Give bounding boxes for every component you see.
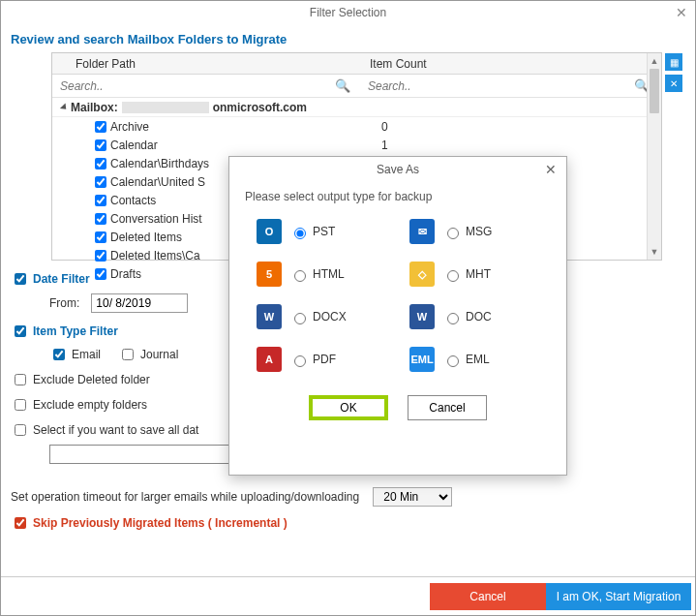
titlebar: Filter Selection ✕ — [1, 1, 695, 24]
folder-checkbox[interactable] — [95, 195, 106, 206]
timeout-select[interactable]: 20 Min — [373, 487, 452, 507]
timeout-label: Set operation timeout for larger emails … — [11, 490, 359, 504]
folder-checkbox[interactable] — [95, 176, 106, 188]
msg-icon: ✉ — [409, 219, 435, 244]
expand-icon[interactable] — [60, 103, 69, 111]
output-radio[interactable] — [447, 355, 459, 367]
output-option-html[interactable]: 5HTML — [257, 262, 386, 287]
journal-checkbox[interactable]: Journal — [118, 346, 178, 363]
skip-migrated-checkbox[interactable]: Skip Previously Migrated Items ( Increme… — [11, 514, 685, 532]
output-radio[interactable] — [294, 228, 306, 239]
folder-checkbox[interactable] — [95, 268, 106, 280]
output-radio[interactable] — [447, 313, 459, 324]
folder-checkbox[interactable] — [95, 213, 106, 225]
folder-count: 1 — [381, 139, 388, 152]
save-as-dialog: Save As ✕ Please select output type for … — [228, 156, 567, 476]
footer: Cancel I am OK, Start Migration — [1, 576, 695, 615]
table-row[interactable]: Archive0 — [52, 117, 661, 136]
list-header: Folder Path Item Count — [52, 53, 661, 75]
list-scrollbar[interactable]: ▲ ▼ — [647, 53, 661, 260]
output-label: MHT — [466, 267, 491, 281]
mht-icon: ◇ — [409, 262, 435, 287]
output-label: EML — [466, 353, 490, 366]
save-as-close-icon[interactable]: ✕ — [545, 162, 557, 177]
output-option-docx[interactable]: WDOCX — [257, 304, 386, 329]
folder-checkbox[interactable] — [95, 250, 106, 262]
mailbox-label: Mailbox: — [71, 101, 118, 114]
cancel-button[interactable]: Cancel — [430, 583, 546, 610]
col-folder-path[interactable]: Folder Path — [52, 53, 362, 74]
output-label: DOCX — [313, 310, 347, 323]
html-icon: 5 — [257, 262, 282, 287]
output-option-msg[interactable]: ✉MSG — [409, 219, 539, 244]
pst-icon: O — [257, 219, 282, 244]
output-option-eml[interactable]: EMLEML — [409, 347, 539, 372]
output-radio[interactable] — [294, 355, 306, 367]
page-heading: Review and search Mailbox Folders to Mig… — [11, 32, 685, 46]
save-as-message: Please select output type for backup — [229, 182, 566, 207]
folder-name: Archive — [110, 120, 381, 134]
folder-checkbox[interactable] — [95, 139, 106, 151]
scroll-up-icon[interactable]: ▲ — [648, 53, 661, 69]
window-close-icon[interactable]: ✕ — [676, 1, 687, 24]
folder-checkbox[interactable] — [95, 231, 106, 243]
output-radio[interactable] — [447, 270, 459, 282]
window-title: Filter Selection — [310, 6, 386, 19]
output-label: HTML — [313, 267, 345, 281]
mailbox-redacted — [122, 102, 209, 113]
mailbox-domain: onmicrosoft.com — [213, 101, 307, 114]
folder-checkbox[interactable] — [95, 121, 106, 133]
search-folder-input[interactable] — [58, 78, 335, 94]
email-checkbox[interactable]: Email — [49, 346, 101, 363]
output-label: PDF — [313, 353, 336, 366]
table-row[interactable]: Calendar1 — [52, 136, 661, 154]
folder-checkbox[interactable] — [95, 158, 106, 169]
output-radio[interactable] — [294, 313, 306, 324]
select-all-button[interactable]: ▦ — [665, 53, 682, 71]
start-migration-button[interactable]: I am OK, Start Migration — [546, 583, 691, 610]
folder-name: Calendar — [110, 139, 381, 152]
save-as-cancel-button[interactable]: Cancel — [408, 395, 487, 420]
eml-icon: EML — [409, 347, 435, 372]
output-label: PST — [313, 225, 335, 238]
output-label: MSG — [466, 225, 492, 238]
col-item-count[interactable]: Item Count — [362, 53, 661, 74]
clear-all-button[interactable]: ✕ — [665, 75, 682, 92]
scroll-down-icon[interactable]: ▼ — [648, 244, 661, 260]
output-radio[interactable] — [447, 228, 459, 239]
output-option-doc[interactable]: WDOC — [409, 304, 539, 329]
docx-icon: W — [257, 304, 282, 329]
scroll-thumb[interactable] — [650, 69, 659, 113]
filter-selection-window: Filter Selection ✕ Review and search Mai… — [0, 0, 696, 616]
save-as-title: Save As — [377, 163, 419, 176]
from-label: From: — [49, 296, 79, 310]
search-icon[interactable]: 🔍 — [335, 78, 358, 93]
output-option-mht[interactable]: ◇MHT — [409, 262, 539, 287]
search-count-input[interactable] — [366, 78, 634, 94]
date-from-input[interactable] — [91, 293, 188, 313]
save-as-ok-button[interactable]: OK — [309, 395, 388, 420]
output-option-pst[interactable]: OPST — [257, 219, 386, 244]
output-option-pdf[interactable]: APDF — [257, 347, 386, 372]
pdf-icon: A — [257, 347, 282, 372]
folder-count: 0 — [381, 120, 388, 134]
output-radio[interactable] — [294, 270, 306, 282]
doc-icon: W — [409, 304, 435, 329]
output-label: DOC — [466, 310, 492, 323]
